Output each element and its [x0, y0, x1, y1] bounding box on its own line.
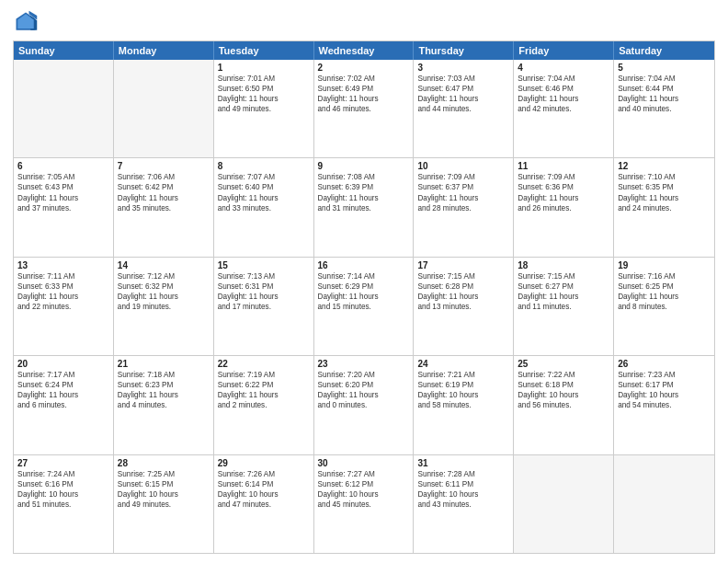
- cell-line: and 19 minutes.: [118, 302, 210, 312]
- cell-line: Daylight: 11 hours: [417, 94, 509, 104]
- calendar-cell: 13Sunrise: 7:11 AMSunset: 6:33 PMDayligh…: [14, 258, 114, 355]
- cell-line: Sunset: 6:42 PM: [118, 182, 210, 192]
- cell-line: Sunset: 6:29 PM: [318, 282, 410, 292]
- day-number: 1: [218, 63, 310, 73]
- calendar-week: 27Sunrise: 7:24 AMSunset: 6:16 PMDayligh…: [14, 455, 714, 553]
- cell-line: Daylight: 10 hours: [518, 390, 609, 400]
- cell-line: and 2 minutes.: [218, 400, 310, 410]
- day-number: 3: [417, 63, 509, 73]
- cell-line: Sunrise: 7:27 AM: [318, 469, 410, 479]
- cell-line: Sunrise: 7:14 AM: [318, 271, 410, 282]
- cell-line: and 44 minutes.: [417, 104, 509, 114]
- cell-line: Daylight: 11 hours: [218, 390, 310, 400]
- cell-line: Sunset: 6:14 PM: [218, 479, 310, 489]
- calendar-cell: 16Sunrise: 7:14 AMSunset: 6:29 PMDayligh…: [314, 258, 415, 355]
- cell-line: Sunset: 6:22 PM: [218, 380, 310, 390]
- cell-line: Daylight: 11 hours: [417, 193, 509, 203]
- cell-line: Sunrise: 7:09 AM: [518, 172, 609, 182]
- cell-line: Sunset: 6:17 PM: [618, 380, 711, 390]
- calendar-cell: 18Sunrise: 7:15 AMSunset: 6:27 PMDayligh…: [514, 258, 614, 355]
- cell-line: and 11 minutes.: [518, 302, 609, 312]
- cell-line: Sunrise: 7:04 AM: [518, 74, 609, 84]
- cell-line: Sunset: 6:20 PM: [318, 380, 410, 390]
- cell-line: and 0 minutes.: [318, 400, 410, 410]
- cell-line: Daylight: 11 hours: [218, 94, 310, 104]
- cell-line: Sunset: 6:35 PM: [618, 182, 711, 192]
- cell-line: Sunset: 6:43 PM: [17, 182, 109, 192]
- cell-line: Daylight: 11 hours: [118, 390, 210, 400]
- cell-line: Sunrise: 7:10 AM: [618, 172, 711, 182]
- calendar-cell: 5Sunrise: 7:04 AMSunset: 6:44 PMDaylight…: [614, 60, 714, 157]
- cell-line: Sunset: 6:37 PM: [417, 182, 509, 192]
- day-number: 8: [218, 161, 310, 171]
- cell-line: Sunset: 6:28 PM: [417, 282, 509, 292]
- calendar-cell: 20Sunrise: 7:17 AMSunset: 6:24 PMDayligh…: [14, 356, 114, 454]
- page-container: SundayMondayTuesdayWednesdayThursdayFrid…: [0, 0, 728, 563]
- cell-line: and 43 minutes.: [417, 500, 509, 510]
- cell-line: and 15 minutes.: [318, 302, 410, 312]
- calendar-week: 20Sunrise: 7:17 AMSunset: 6:24 PMDayligh…: [14, 356, 714, 454]
- logo-icon: [13, 9, 39, 35]
- cell-line: Sunrise: 7:07 AM: [218, 172, 310, 182]
- cell-line: Sunrise: 7:25 AM: [118, 469, 210, 479]
- day-number: 12: [618, 161, 711, 171]
- calendar-header-day: Sunday: [14, 41, 114, 60]
- calendar-cell: 2Sunrise: 7:02 AMSunset: 6:49 PMDaylight…: [314, 60, 415, 157]
- day-number: 17: [417, 260, 509, 270]
- cell-line: Daylight: 11 hours: [518, 193, 609, 203]
- cell-line: Daylight: 11 hours: [518, 94, 609, 104]
- calendar-cell: 12Sunrise: 7:10 AMSunset: 6:35 PMDayligh…: [614, 158, 714, 256]
- cell-line: Sunrise: 7:03 AM: [417, 74, 509, 84]
- cell-line: and 26 minutes.: [518, 203, 609, 213]
- day-number: 28: [118, 458, 210, 468]
- calendar-body: 1Sunrise: 7:01 AMSunset: 6:50 PMDaylight…: [14, 60, 714, 553]
- day-number: 10: [417, 161, 509, 171]
- day-number: 18: [518, 260, 609, 270]
- day-number: 24: [417, 359, 509, 369]
- cell-line: Sunrise: 7:11 AM: [17, 271, 109, 282]
- calendar-header-day: Monday: [114, 41, 214, 60]
- cell-line: Daylight: 10 hours: [318, 489, 410, 500]
- cell-line: and 33 minutes.: [218, 203, 310, 213]
- cell-line: Sunset: 6:25 PM: [618, 282, 711, 292]
- calendar: SundayMondayTuesdayWednesdayThursdayFrid…: [13, 40, 715, 554]
- cell-line: Sunset: 6:15 PM: [118, 479, 210, 489]
- calendar-header-day: Thursday: [414, 41, 514, 60]
- day-number: 23: [318, 359, 410, 369]
- cell-line: Sunset: 6:32 PM: [118, 282, 210, 292]
- day-number: 5: [618, 63, 711, 73]
- calendar-cell: 1Sunrise: 7:01 AMSunset: 6:50 PMDaylight…: [214, 60, 314, 157]
- calendar-cell: 4Sunrise: 7:04 AMSunset: 6:46 PMDaylight…: [514, 60, 614, 157]
- calendar-cell: 8Sunrise: 7:07 AMSunset: 6:40 PMDaylight…: [214, 158, 314, 256]
- day-number: 16: [318, 260, 410, 270]
- cell-line: Sunrise: 7:15 AM: [417, 271, 509, 282]
- calendar-cell: 23Sunrise: 7:20 AMSunset: 6:20 PMDayligh…: [314, 356, 415, 454]
- calendar-header-day: Wednesday: [314, 41, 415, 60]
- cell-line: Sunset: 6:16 PM: [17, 479, 109, 489]
- cell-line: Daylight: 11 hours: [118, 193, 210, 203]
- cell-line: Sunrise: 7:22 AM: [518, 370, 609, 380]
- calendar-cell: 26Sunrise: 7:23 AMSunset: 6:17 PMDayligh…: [614, 356, 714, 454]
- cell-line: Daylight: 11 hours: [118, 292, 210, 302]
- cell-line: Sunset: 6:19 PM: [417, 380, 509, 390]
- day-number: 14: [118, 260, 210, 270]
- cell-line: Daylight: 11 hours: [518, 292, 609, 302]
- cell-line: and 46 minutes.: [318, 104, 410, 114]
- day-number: 19: [618, 260, 711, 270]
- cell-line: Sunrise: 7:13 AM: [218, 271, 310, 282]
- calendar-cell: [114, 60, 214, 157]
- cell-line: Sunrise: 7:06 AM: [118, 172, 210, 182]
- cell-line: Daylight: 11 hours: [618, 193, 711, 203]
- day-number: 27: [17, 458, 109, 468]
- cell-line: Sunset: 6:46 PM: [518, 84, 609, 94]
- cell-line: and 54 minutes.: [618, 400, 711, 410]
- calendar-cell: 15Sunrise: 7:13 AMSunset: 6:31 PMDayligh…: [214, 258, 314, 355]
- cell-line: Daylight: 10 hours: [618, 390, 711, 400]
- cell-line: Sunrise: 7:23 AM: [618, 370, 711, 380]
- calendar-cell: 28Sunrise: 7:25 AMSunset: 6:15 PMDayligh…: [114, 455, 214, 553]
- day-number: 11: [518, 161, 609, 171]
- cell-line: Sunrise: 7:15 AM: [518, 271, 609, 282]
- logo: [13, 9, 42, 35]
- cell-line: Daylight: 11 hours: [17, 292, 109, 302]
- cell-line: and 49 minutes.: [118, 500, 210, 510]
